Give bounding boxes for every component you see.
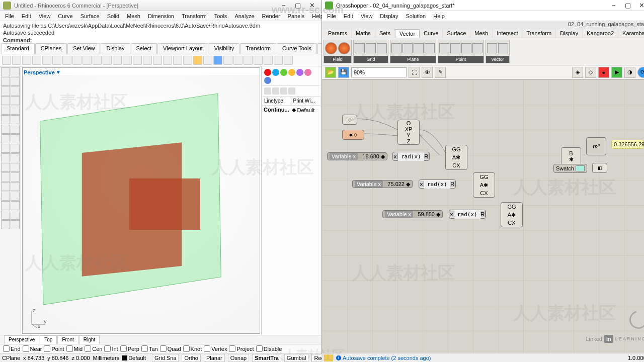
revolve-icon[interactable] xyxy=(1,163,10,172)
gh-menu-file[interactable]: File xyxy=(324,12,339,20)
slider-node[interactable]: Variable x75.022◆ xyxy=(352,180,413,188)
text-icon[interactable] xyxy=(1,201,10,210)
redo-icon[interactable] xyxy=(83,56,92,65)
minimize-icon[interactable]: − xyxy=(277,1,290,10)
menu-tools[interactable]: Tools xyxy=(211,12,230,20)
pan-icon[interactable] xyxy=(93,56,102,65)
toggle-planar[interactable]: Planar xyxy=(204,354,225,362)
grid-icon[interactable] xyxy=(366,43,376,53)
pipe-icon[interactable] xyxy=(11,144,20,153)
open-icon[interactable] xyxy=(12,56,21,65)
status-cplane[interactable]: CPlane xyxy=(2,355,20,361)
zoom-extents-icon[interactable] xyxy=(123,56,132,65)
hide-icon[interactable] xyxy=(254,56,263,65)
arc-icon[interactable] xyxy=(11,86,20,96)
grid-icon[interactable] xyxy=(377,43,387,53)
panel-tool-icon[interactable] xyxy=(272,87,279,95)
zoom-selected-icon[interactable] xyxy=(133,56,142,65)
close-icon[interactable]: ✕ xyxy=(635,1,644,10)
recompute-icon[interactable]: ⟳ xyxy=(637,67,644,78)
swatch-node[interactable]: Swatch xyxy=(553,164,587,173)
expression-node[interactable]: xrad(x)R xyxy=(419,179,456,189)
shaded-icon[interactable]: ● xyxy=(598,67,609,78)
cut-icon[interactable] xyxy=(42,56,51,65)
gumball-icon[interactable] xyxy=(284,56,293,65)
cpedit-icon[interactable] xyxy=(1,172,10,182)
prop-icon[interactable] xyxy=(272,69,279,76)
toggle-gumball[interactable]: Gumbal xyxy=(284,354,309,362)
tab-curvetools[interactable]: Curve Tools xyxy=(277,43,317,54)
sphere-icon[interactable] xyxy=(223,56,232,65)
gh-menu-view[interactable]: View xyxy=(358,12,376,20)
prop-icon[interactable] xyxy=(304,69,311,76)
filter-icon[interactable] xyxy=(264,56,273,65)
print-icon[interactable] xyxy=(32,56,41,65)
explode-icon[interactable] xyxy=(1,192,10,201)
maximize-icon[interactable]: ▢ xyxy=(291,1,304,10)
preview-node[interactable]: ◧ xyxy=(592,163,607,173)
menu-transform[interactable]: Transform xyxy=(179,12,210,20)
named-icon[interactable] xyxy=(163,56,172,65)
gh-icon[interactable] xyxy=(11,220,20,229)
history-icon[interactable] xyxy=(274,56,283,65)
dim-icon[interactable] xyxy=(11,201,20,210)
osnap-knot[interactable]: Knot xyxy=(183,345,202,352)
panel-node[interactable]: 0.326556.299798 xyxy=(611,140,644,149)
col-printwidth[interactable]: Print Wi... xyxy=(292,97,321,105)
rotate-node[interactable]: GGA✱CX xyxy=(473,172,495,198)
cat-display[interactable]: Display xyxy=(556,29,583,38)
tab-vplayout[interactable]: Viewport Layout xyxy=(157,43,208,54)
slider-node[interactable]: Variable x59.850◆ xyxy=(382,210,443,218)
toggle-osnap[interactable]: Osnap xyxy=(228,354,249,362)
bool-icon[interactable] xyxy=(11,211,20,220)
display-mode-icon[interactable]: ◈ xyxy=(572,67,583,78)
expression-node[interactable]: xrad(x)R xyxy=(449,210,486,219)
wire-icon[interactable]: ◇ xyxy=(585,67,596,78)
zoom-input[interactable] xyxy=(351,67,407,77)
plane-icon[interactable] xyxy=(414,43,424,53)
spiral-icon[interactable] xyxy=(11,115,20,124)
osnap-end[interactable]: End xyxy=(3,345,21,352)
light-icon[interactable] xyxy=(193,56,202,65)
pointer-icon[interactable] xyxy=(1,67,10,76)
vtab-top[interactable]: Top xyxy=(40,335,57,344)
vector-icon[interactable] xyxy=(498,43,508,53)
status-units[interactable]: Millimeters xyxy=(93,355,120,361)
cat-transform[interactable]: Transform xyxy=(522,29,556,38)
point-icon[interactable] xyxy=(472,43,482,53)
rect-icon[interactable] xyxy=(1,96,10,105)
osnap-point[interactable]: Point xyxy=(44,345,64,352)
osnap-perp[interactable]: Perp xyxy=(120,345,139,352)
field-icon[interactable] xyxy=(325,42,337,54)
layers-icon[interactable] xyxy=(173,56,182,65)
osnap-cen[interactable]: Cen xyxy=(85,345,102,352)
minimize-icon[interactable]: − xyxy=(607,1,620,10)
maximize-icon[interactable]: ▢ xyxy=(621,1,634,10)
panel-tool-icon[interactable] xyxy=(264,87,271,95)
rhino-titlebar[interactable]: Untitled - Rhinoceros 6 Commercial - [Pe… xyxy=(0,0,321,11)
polyline-icon[interactable] xyxy=(11,77,20,86)
cplane-icon[interactable] xyxy=(153,56,162,65)
tab-standard[interactable]: Standard xyxy=(1,43,35,54)
osnap-tan[interactable]: Tan xyxy=(141,345,158,352)
gh-menu-edit[interactable]: Edit xyxy=(341,12,356,20)
gh-menu-display[interactable]: Display xyxy=(377,12,401,20)
cat-mesh[interactable]: Mesh xyxy=(470,29,493,38)
prop-icon[interactable] xyxy=(288,69,295,76)
open-file-icon[interactable]: 📂 xyxy=(325,67,336,78)
tab-cplanes[interactable]: CPlanes xyxy=(35,43,67,54)
cat-maths[interactable]: Maths xyxy=(352,29,375,38)
construct-point-node[interactable]: O XP Y Z xyxy=(397,120,420,145)
trim-icon[interactable] xyxy=(11,172,20,182)
tab-transform[interactable]: Transform xyxy=(240,43,276,54)
box-icon[interactable] xyxy=(1,125,10,134)
vtab-right[interactable]: Right xyxy=(79,335,100,344)
curve-icon[interactable] xyxy=(1,106,10,115)
osnap-quad[interactable]: Quad xyxy=(160,345,181,352)
menu-render[interactable]: Render xyxy=(259,12,283,20)
vector-icon[interactable] xyxy=(487,43,497,53)
cat-sets[interactable]: Sets xyxy=(375,29,395,38)
plane-icon[interactable] xyxy=(391,43,401,53)
torus-icon[interactable] xyxy=(1,144,10,153)
spline-icon[interactable] xyxy=(11,106,20,115)
